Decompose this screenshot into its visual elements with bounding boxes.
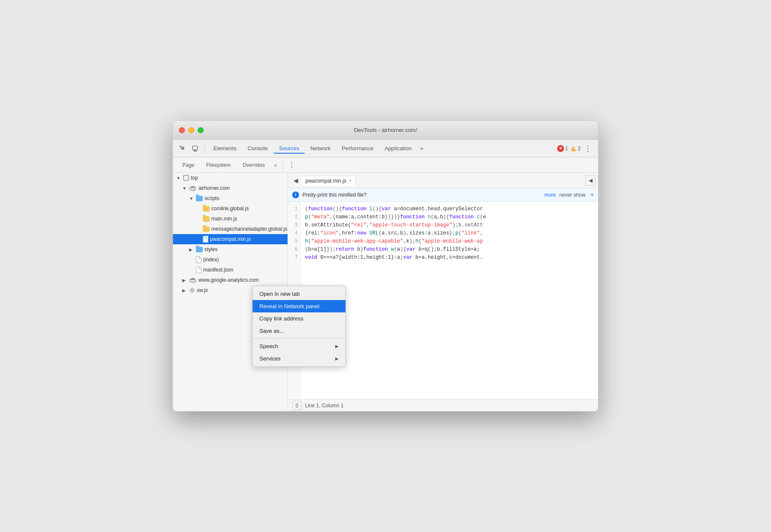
sources-sub-toolbar: Page Filesystem Overrides » ⋮ — [173, 157, 598, 173]
editor-collapse-button[interactable]: ◀ — [585, 175, 596, 186]
tab-performance[interactable]: Performance — [337, 143, 378, 153]
editor-back-button[interactable]: ◀ — [291, 175, 301, 186]
maximize-button[interactable] — [198, 127, 204, 133]
ctx-open-new-tab[interactable]: Open in new tab — [253, 288, 345, 300]
tree-arrow-google-analytics: ▶ — [182, 278, 187, 283]
cursor-position: Line 1, Column 1 — [305, 403, 344, 409]
tree-item-manifest[interactable]: ▶ manifest.json — [173, 265, 288, 275]
pretty-print-never-link[interactable]: never show — [559, 192, 585, 198]
code-line-3: b.setAttribute("rel","apple-touch-startu… — [305, 221, 594, 229]
warning-badge: ! 2 — [570, 146, 581, 152]
tree-label-airhorner: airhorner.com — [199, 185, 230, 191]
tab-elements[interactable]: Elements — [208, 143, 242, 153]
checkbox-icon — [183, 175, 189, 181]
cloud-icon-google — [189, 277, 197, 283]
editor-tab-close-button[interactable]: × — [349, 178, 351, 183]
tree-item-pwacompat[interactable]: ▶ pwacompat.min.js — [173, 234, 288, 244]
main-toolbar: Elements Console Sources Network Perform… — [173, 140, 598, 157]
tree-arrow-sw: ▶ — [182, 288, 187, 293]
tree-item-airhorner[interactable]: ▼ airhorner.com — [173, 183, 288, 193]
tree-item-messagechannel[interactable]: ▶ messagechanneladapter.global.js — [173, 224, 288, 234]
tree-item-google-analytics[interactable]: ▶ www.google-analytics.com — [173, 275, 288, 285]
svg-rect-0 — [193, 146, 198, 150]
tree-arrow-styles: ▶ — [189, 247, 194, 252]
editor-tabs-bar: ◀ pwacompat.min.js × ◀ — [288, 173, 598, 188]
ctx-services-arrow-icon: ▶ — [335, 356, 339, 361]
minimize-button[interactable] — [188, 127, 194, 133]
sub-tab-overrides[interactable]: Overrides — [237, 160, 270, 170]
pretty-print-more-link[interactable]: more — [544, 192, 556, 198]
ctx-services-label: Services — [259, 355, 281, 362]
tree-item-index[interactable]: ▶ (index) — [173, 255, 288, 265]
tree-arrow-airhorner: ▼ — [182, 186, 187, 191]
tab-sources[interactable]: Sources — [274, 143, 305, 154]
format-button[interactable]: {} — [292, 401, 302, 410]
tree-item-styles[interactable]: ▶ styles — [173, 244, 288, 255]
error-icon: ✕ — [557, 145, 564, 152]
tabs-more-button[interactable]: » — [417, 143, 426, 153]
window-title: DevTools - airhorner.com/ — [354, 127, 417, 133]
main-content: ▼ top ▼ airhorner.com — [173, 173, 598, 411]
back-arrow-icon: ◀ — [293, 177, 298, 184]
tab-application[interactable]: Application — [380, 143, 417, 153]
tree-item-main[interactable]: ▶ main.min.js — [173, 214, 288, 224]
error-indicators: ✕ 1 ! 2 — [557, 145, 581, 152]
tree-arrow-scripts: ▼ — [189, 196, 194, 201]
ctx-speech-arrow-icon: ▶ — [335, 344, 339, 349]
title-bar: DevTools - airhorner.com/ — [173, 121, 598, 140]
ctx-speech-label: Speech — [259, 343, 278, 349]
editor-tab-filename: pwacompat.min.js — [305, 178, 346, 184]
tree-item-comlink[interactable]: ▶ comlink.global.js — [173, 203, 288, 214]
pretty-print-close-button[interactable]: × — [590, 192, 594, 198]
inspect-icon[interactable] — [176, 143, 188, 154]
sub-tabs-more-button[interactable]: » — [271, 160, 279, 170]
main-area: ▼ top ▼ airhorner.com — [173, 173, 598, 411]
editor-file-tab-pwacompat[interactable]: pwacompat.min.js × — [301, 176, 356, 186]
sub-tab-filesystem[interactable]: Filesystem — [201, 160, 236, 170]
tab-network[interactable]: Network — [305, 143, 336, 153]
ctx-reveal-network[interactable]: Reveal in Network panel — [253, 300, 345, 312]
folder-icon-scripts — [196, 196, 203, 201]
tree-label-index: (index) — [203, 257, 219, 263]
tree-label-messagechannel: messagechanneladapter.global.js — [211, 226, 287, 232]
pretty-print-text: Pretty-print this minified file? — [302, 192, 541, 198]
tree-label-pwacompat: pwacompat.min.js — [210, 236, 251, 242]
close-button[interactable] — [179, 127, 185, 133]
toolbar-separator-1 — [204, 143, 205, 154]
tree-label-google-analytics: www.google-analytics.com — [199, 277, 259, 283]
ctx-save-as[interactable]: Save as... — [253, 325, 345, 337]
ctx-services[interactable]: Services ▶ — [253, 352, 345, 365]
warning-icon: ! — [570, 146, 576, 152]
file-icon-main — [203, 216, 210, 222]
cloud-icon-airhorner — [189, 185, 197, 191]
tree-item-scripts[interactable]: ▼ scripts — [173, 193, 288, 203]
devtools-window: DevTools - airhorner.com/ Elements Conso… — [173, 120, 598, 412]
svg-point-14 — [191, 289, 193, 292]
ctx-copy-link[interactable]: Copy link address — [253, 312, 345, 325]
code-line-5: h("apple-mobile-web-app-capable",k);h("a… — [305, 237, 594, 246]
device-icon[interactable] — [189, 143, 201, 154]
ctx-open-new-tab-label: Open in new tab — [259, 291, 300, 297]
tree-label-main: main.min.js — [211, 216, 237, 222]
pretty-print-bar: i Pretty-print this minified file? more … — [288, 188, 598, 202]
svg-text:!: ! — [573, 147, 574, 151]
collapse-arrow-icon: ◀ — [589, 177, 593, 183]
file-icon-index — [196, 256, 201, 263]
tree-item-top[interactable]: ▼ top — [173, 173, 288, 183]
code-line-6: (b=a[1]});return b}function w(a){var b=q… — [305, 246, 594, 254]
sub-tab-page[interactable]: Page — [177, 160, 199, 170]
status-bar: {} Line 1, Column 1 — [288, 399, 598, 411]
ctx-save-as-label: Save as... — [259, 328, 284, 334]
tree-label-comlink: comlink.global.js — [211, 206, 249, 212]
toolbar-menu-button[interactable]: ⋮ — [581, 144, 595, 153]
sub-toolbar-menu-button[interactable]: ⋮ — [287, 161, 297, 169]
ctx-speech[interactable]: Speech ▶ — [253, 340, 345, 352]
tree-label-top: top — [191, 175, 198, 181]
tree-label-styles: styles — [204, 246, 218, 252]
sub-toolbar-separator — [283, 161, 283, 169]
ctx-copy-link-label: Copy link address — [259, 315, 303, 322]
folder-icon-styles — [196, 247, 203, 252]
file-icon-manifest — [196, 266, 201, 273]
gear-icon-sw — [189, 287, 195, 293]
tab-console[interactable]: Console — [242, 143, 273, 153]
